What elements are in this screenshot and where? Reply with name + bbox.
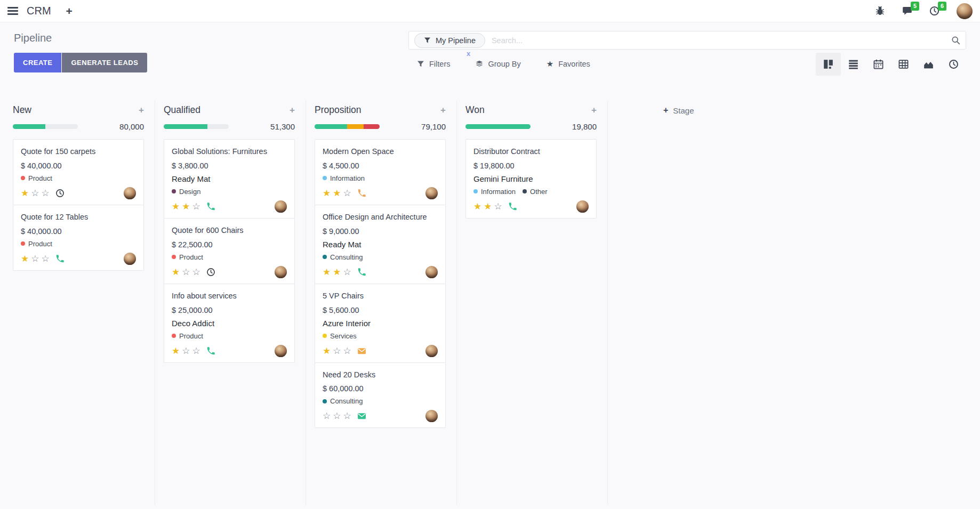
progress-segment-green[interactable] (13, 124, 45, 129)
star-icon[interactable]: ★ (172, 202, 180, 211)
mail-activity-icon[interactable] (357, 346, 366, 356)
kanban-card[interactable]: Info about services $ 25,000.00 Deco Add… (164, 284, 295, 363)
star-icon[interactable]: ★ (172, 268, 180, 277)
kanban-card[interactable]: Quote for 600 Chairs $ 22,500.00 Product… (164, 218, 295, 284)
quick-create-icon[interactable]: + (440, 105, 446, 116)
star-icon[interactable]: ☆ (323, 411, 331, 421)
pivot-view-button[interactable] (891, 53, 916, 76)
activity-view-button[interactable] (941, 53, 966, 76)
group-by-button[interactable]: Group By (476, 60, 520, 68)
column-title[interactable]: New (13, 104, 31, 116)
search-input[interactable] (492, 36, 951, 45)
priority-stars[interactable]: ☆☆☆ (323, 411, 351, 421)
kanban-card[interactable]: Quote for 12 Tables $ 40,000.00 Product … (13, 205, 144, 271)
kanban-card[interactable]: Office Design and Architecture $ 9,000.0… (315, 205, 446, 284)
avatar[interactable] (124, 253, 136, 265)
star-icon[interactable]: ★ (333, 189, 341, 198)
avatar[interactable] (275, 266, 287, 278)
priority-stars[interactable]: ★★☆ (172, 202, 200, 211)
priority-stars[interactable]: ★★☆ (323, 189, 351, 198)
column-progressbar[interactable] (315, 124, 380, 129)
create-button[interactable]: CREATE (14, 53, 61, 72)
priority-stars[interactable]: ★☆☆ (21, 254, 50, 263)
avatar[interactable] (275, 345, 287, 357)
priority-stars[interactable]: ★★☆ (323, 268, 351, 277)
graph-view-button[interactable] (916, 53, 941, 76)
quick-create-icon[interactable]: + (591, 105, 597, 116)
quick-create-icon[interactable]: + (290, 105, 295, 116)
favorites-button[interactable]: ★ Favorites (547, 59, 590, 69)
star-icon[interactable]: ☆ (343, 268, 351, 277)
star-icon[interactable]: ☆ (42, 189, 50, 198)
column-progressbar[interactable] (13, 124, 78, 129)
column-title[interactable]: Proposition (315, 104, 362, 116)
search-bar[interactable]: My Pipeline x (408, 31, 966, 50)
star-icon[interactable]: ☆ (343, 411, 351, 421)
star-icon[interactable]: ★ (484, 202, 492, 211)
star-icon[interactable]: ★ (21, 254, 29, 263)
column-title[interactable]: Qualified (164, 104, 200, 116)
generate-leads-button[interactable]: GENERATE LEADS (62, 53, 147, 72)
avatar[interactable] (425, 345, 438, 357)
messages-button[interactable]: 5 (902, 6, 912, 16)
star-icon[interactable]: ☆ (182, 346, 190, 356)
apps-menu-icon[interactable] (7, 7, 18, 15)
search-icon[interactable] (951, 36, 960, 45)
kanban-card[interactable]: Need 20 Desks $ 60,000.00 Consulting ☆☆☆ (315, 362, 446, 429)
user-avatar[interactable] (957, 3, 973, 19)
avatar[interactable] (425, 187, 438, 199)
priority-stars[interactable]: ★☆☆ (172, 268, 200, 277)
column-progressbar[interactable] (465, 124, 531, 129)
star-icon[interactable]: ★ (182, 202, 190, 211)
star-icon[interactable]: ☆ (192, 202, 200, 211)
clock-activity-icon[interactable] (55, 189, 65, 198)
add-stage-button[interactable]: + Stage (608, 100, 694, 115)
kanban-card[interactable]: Modern Open Space $ 4,500.00 Information… (315, 139, 446, 205)
avatar[interactable] (425, 410, 438, 422)
star-icon[interactable]: ☆ (31, 189, 39, 198)
mail-activity-icon[interactable] (357, 411, 366, 421)
quick-create-icon[interactable]: + (139, 105, 144, 116)
phone-activity-icon[interactable] (357, 189, 366, 198)
star-icon[interactable]: ★ (323, 346, 331, 356)
kanban-card[interactable]: Global Solutions: Furnitures $ 3,800.00 … (164, 139, 295, 219)
star-icon[interactable]: ☆ (343, 346, 351, 356)
phone-activity-icon[interactable] (357, 268, 366, 277)
list-view-button[interactable] (841, 53, 866, 76)
star-icon[interactable]: ☆ (333, 411, 341, 421)
clock-activity-icon[interactable] (206, 268, 215, 277)
priority-stars[interactable]: ★★☆ (473, 202, 502, 211)
activities-button[interactable]: 6 (929, 6, 939, 16)
star-icon[interactable]: ★ (323, 189, 331, 198)
progress-segment-green[interactable] (164, 124, 207, 129)
star-icon[interactable]: ☆ (42, 254, 50, 263)
star-icon[interactable]: ☆ (192, 346, 200, 356)
star-icon[interactable]: ☆ (333, 346, 341, 356)
progress-segment-green[interactable] (315, 124, 347, 129)
star-icon[interactable]: ☆ (192, 268, 200, 277)
star-icon[interactable]: ☆ (182, 268, 190, 277)
progress-segment-red[interactable] (364, 124, 380, 129)
priority-stars[interactable]: ★☆☆ (21, 189, 50, 198)
column-progressbar[interactable] (164, 124, 229, 129)
star-icon[interactable]: ★ (172, 346, 180, 356)
kanban-card[interactable]: Quote for 150 carpets $ 40,000.00 Produc… (13, 139, 144, 205)
avatar[interactable] (124, 187, 136, 199)
search-facet[interactable]: My Pipeline (414, 33, 485, 48)
avatar[interactable] (425, 266, 438, 278)
calendar-view-button[interactable] (866, 53, 891, 76)
phone-activity-icon[interactable] (206, 202, 215, 211)
star-icon[interactable]: ☆ (343, 189, 351, 198)
app-name[interactable]: CRM (27, 5, 51, 17)
kanban-card[interactable]: 5 VP Chairs $ 5,600.00 Azure Interior Se… (315, 284, 446, 363)
star-icon[interactable]: ★ (473, 202, 481, 211)
kanban-view-button[interactable] (816, 53, 841, 76)
phone-activity-icon[interactable] (206, 346, 215, 356)
phone-activity-icon[interactable] (55, 254, 65, 263)
phone-activity-icon[interactable] (508, 202, 517, 211)
star-icon[interactable]: ★ (21, 189, 29, 198)
star-icon[interactable]: ★ (333, 268, 341, 277)
star-icon[interactable]: ☆ (494, 202, 502, 211)
avatar[interactable] (576, 200, 589, 213)
progress-segment-green[interactable] (465, 124, 531, 129)
